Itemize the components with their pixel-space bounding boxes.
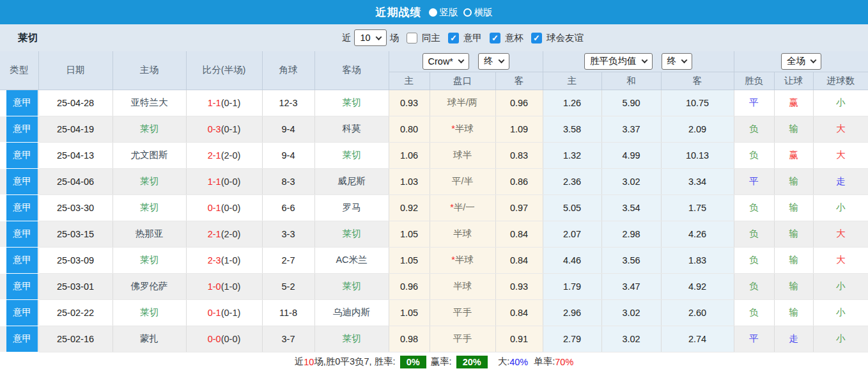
cell-goals-result: 大 (813, 247, 868, 273)
cell-goals-result: 小 (813, 90, 868, 116)
cell-corners: 5-2 (262, 273, 314, 299)
cell-date: 25-03-01 (38, 273, 112, 299)
cell-handicap: *半/一 (430, 194, 495, 221)
cell-avg-home: 5.05 (543, 194, 601, 221)
win-pct-badge: 20% (456, 356, 488, 368)
checkbox-italy-cup-label[interactable]: 意杯 (505, 32, 523, 44)
cell-league: 意甲 (0, 247, 38, 273)
table-row: 意甲 25-02-16 蒙扎 0-0(0-0) 3-7 莱切 0.98 平手 0… (0, 326, 868, 352)
cell-corners: 9-4 (262, 116, 314, 142)
cell-away-team: 莱切 (314, 90, 389, 116)
cell-score: 0-1(0-1) (186, 299, 262, 326)
cell-odds-away: 0.93 (495, 273, 543, 299)
big-label: 大: (498, 356, 510, 368)
checkbox-club-friendly[interactable]: ✓ (531, 33, 542, 43)
games-label: 场 (390, 32, 399, 44)
cell-avg-draw: 3.56 (601, 247, 661, 273)
cell-avg-home: 4.46 (543, 247, 601, 273)
cell-avg-home: 3.58 (543, 116, 601, 142)
cell-goals-result: 大 (813, 221, 868, 247)
radio-portrait-selected[interactable] (429, 8, 437, 17)
cell-handicap-result: 输 (774, 116, 813, 142)
scope-select[interactable]: 全场 (781, 53, 821, 70)
cell-avg-away: 1.75 (661, 194, 734, 221)
cell-away-team: 莱切 (314, 273, 389, 299)
cell-home-team: 亚特兰大 (112, 90, 186, 116)
checkbox-club-friendly-label[interactable]: 球会友谊 (546, 32, 584, 44)
filter-controls: 近 10 场 同主 ✓意甲 ✓意杯 ✓球会友谊 (284, 29, 584, 46)
league-badge: 意甲 (6, 169, 38, 194)
cell-avg-away: 2.60 (661, 299, 734, 326)
chevron-down-icon (810, 57, 816, 63)
cell-league: 意甲 (0, 116, 38, 142)
col-header-date: 日期 (38, 51, 112, 90)
cell-outcome: 平 (734, 326, 774, 352)
summary-prefix: 近 (295, 356, 304, 368)
match-count-select[interactable]: 10 (354, 29, 386, 46)
cell-avg-draw: 3.37 (601, 116, 661, 142)
cell-outcome: 负 (734, 299, 774, 326)
cell-odds-away: 0.84 (495, 247, 543, 273)
single-label: 单率: (534, 356, 555, 368)
cell-handicap-result: 输 (774, 273, 813, 299)
checkbox-serie-a[interactable]: ✓ (448, 33, 459, 43)
table-row: 意甲 25-04-19 莱切 0-3(0-1) 9-4 科莫 0.80 *半球 … (0, 116, 868, 142)
avg-type-select[interactable]: 胜平负均值 (584, 53, 653, 70)
sub-header-avg-away: 客 (661, 72, 734, 90)
cell-odds-home: 0.80 (389, 116, 430, 142)
checkbox-italy-cup[interactable]: ✓ (490, 33, 500, 43)
cell-handicap: 球半 (430, 142, 495, 168)
cell-avg-away: 10.13 (661, 142, 734, 168)
cell-odds-home: 0.93 (389, 90, 430, 116)
radio-landscape[interactable] (463, 8, 472, 17)
cell-handicap: 平手 (430, 299, 495, 326)
sub-header-goals: 进球数 (813, 72, 868, 90)
cell-avg-draw: 3.02 (601, 168, 661, 194)
cell-league: 意甲 (0, 194, 38, 221)
cell-odds-away: 0.83 (495, 142, 543, 168)
cell-handicap-result: 赢 (774, 90, 813, 116)
league-badge: 意甲 (6, 143, 38, 168)
table-row: 意甲 25-03-09 莱切 2-3(1-0) 2-7 AC米兰 1.05 *半… (0, 247, 868, 273)
titlebar: 近期战绩 竖版 横版 (0, 0, 868, 24)
cell-away-team: 莱切 (314, 326, 389, 352)
cell-date: 25-03-09 (38, 247, 112, 273)
cell-outcome: 负 (734, 273, 774, 299)
cell-league: 意甲 (0, 221, 38, 247)
cell-handicap-result: 赢 (774, 142, 813, 168)
cell-date: 25-02-22 (38, 299, 112, 326)
table-row: 意甲 25-03-30 莱切 0-1(0-0) 6-6 罗马 0.92 *半/一… (0, 194, 868, 221)
cell-score: 2-3(1-0) (186, 247, 262, 273)
odds-group-header: Crow* 终 (389, 51, 543, 72)
cell-outcome: 负 (734, 142, 774, 168)
cell-avg-away: 10.75 (661, 90, 734, 116)
cell-goals-result: 小 (813, 299, 868, 326)
odds-company-select[interactable]: Crow* (422, 53, 469, 70)
league-badge: 意甲 (6, 116, 38, 142)
radio-landscape-label[interactable]: 横版 (474, 6, 493, 19)
results-table: 类型 日期 主场 比分(半场) 角球 客场 Crow* 终 胜平负均值 终 全场 (0, 51, 868, 352)
cell-away-team: 莱切 (314, 221, 389, 247)
cell-avg-draw: 3.54 (601, 194, 661, 221)
table-row: 意甲 25-03-01 佛罗伦萨 1-0(1-0) 5-2 莱切 0.96 半球… (0, 273, 868, 299)
cell-avg-away: 4.26 (661, 221, 734, 247)
cell-away-team: AC米兰 (314, 247, 389, 273)
cell-league: 意甲 (0, 142, 38, 168)
cell-odds-home: 0.92 (389, 194, 430, 221)
radio-portrait-label[interactable]: 竖版 (440, 6, 458, 19)
cell-handicap: 平/半 (430, 168, 495, 194)
cell-home-team: 莱切 (112, 299, 186, 326)
cell-score: 0-0(0-0) (186, 326, 262, 352)
checkbox-same-home[interactable] (407, 33, 417, 43)
league-badge: 意甲 (6, 248, 38, 273)
cell-score: 2-1(2-0) (186, 142, 262, 168)
odds-period-select[interactable]: 终 (478, 53, 509, 70)
sub-header-odds-away: 客 (495, 72, 543, 90)
cell-odds-away: 0.86 (495, 168, 543, 194)
cell-home-team: 佛罗伦萨 (112, 273, 186, 299)
checkbox-serie-a-label[interactable]: 意甲 (463, 32, 482, 44)
cell-handicap: 球半/两 (430, 90, 495, 116)
checkbox-same-home-label[interactable]: 同主 (422, 32, 440, 44)
avg-period-select[interactable]: 终 (662, 53, 693, 70)
cell-avg-away: 2.09 (661, 116, 734, 142)
